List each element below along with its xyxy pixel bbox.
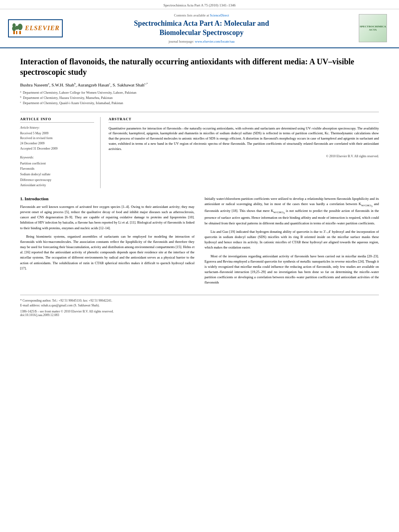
article-info-heading: ARTICLE INFO	[20, 117, 94, 123]
intro-para-5: Most of the investigations regarding ant…	[205, 254, 379, 286]
keyword-2: Flavonoids	[20, 166, 94, 172]
keyword-3: Sodium dodecyl sulfate	[20, 172, 94, 177]
abstract-column: ABSTRACT Quantitative parameters for int…	[109, 117, 379, 188]
journal-title-block: Contents lists available at ScienceDirec…	[52, 13, 351, 43]
info-abstract-section: ARTICLE INFO Article history: Received 5…	[20, 117, 379, 188]
section1-title: 1. Introduction	[20, 196, 195, 201]
contents-label: Contents lists available at	[174, 13, 209, 17]
abstract-heading: ABSTRACT	[109, 117, 379, 123]
issn-line: 1386-1425/$ – see front matter © 2010 El…	[20, 310, 379, 313]
affil-b: b Department of Chemistry, Hazara Univer…	[20, 95, 379, 101]
journal-homepage-line: journal homepage: www.elsevier.com/locat…	[52, 39, 351, 43]
journal-homepage-link[interactable]: www.elsevier.com/locate/saa	[195, 39, 235, 43]
journal-name: Spectrochimica Acta Part A: Molecular an…	[52, 19, 351, 38]
spectrochimica-logo-image: SPECTROCHIMICAACTA	[359, 14, 387, 42]
svg-point-2	[12, 23, 16, 27]
article-info-column: ARTICLE INFO Article history: Received 5…	[20, 117, 101, 188]
header-divider	[20, 112, 379, 112]
intro-para-2: Being biomimetic systems, organised asse…	[20, 234, 195, 271]
body-two-column: 1. Introduction Flavonoids are well know…	[20, 196, 379, 289]
footer-divider	[20, 295, 379, 295]
intro-para-4: Liu and Guo [19] indicated that hydrogen…	[205, 229, 379, 251]
body-left-column: 1. Introduction Flavonoids are well know…	[20, 196, 195, 289]
intro-para-3: Initially water/chloroform partition coe…	[205, 196, 379, 226]
contents-available-line: Contents lists available at ScienceDirec…	[52, 13, 351, 17]
keywords-list: Partition coefficient Flavonoids Sodium …	[20, 161, 94, 188]
intro-para-1: Flavonoids are well known scavengers of …	[20, 204, 195, 231]
main-content: Interaction of flavonoids, the naturally…	[0, 48, 399, 325]
received-date: Received 5 May 2009	[20, 131, 94, 136]
authors-line: Bushra Naseema, S.W.H. Shahb, Aurangzeb …	[20, 82, 379, 87]
elsevier-tree-icon	[11, 21, 23, 35]
svg-rect-4	[16, 31, 17, 34]
body-right-column: Initially water/chloroform partition coe…	[205, 196, 379, 289]
journal-citation: Spectrochimica Acta Part A 75 (2010) 134…	[163, 3, 235, 7]
email-note: E-mail address: sshah.u.qau@gmail.com (S…	[20, 304, 100, 307]
svg-rect-6	[19, 31, 21, 34]
journal-header: ELSEVIER Contents lists available at Sci…	[0, 9, 399, 48]
corresponding-note: * Corresponding author. Tel.: +92 51 906…	[20, 299, 112, 302]
affil-a: a Department of Chemistry, Lahore Colleg…	[20, 90, 379, 95]
accepted-date: Accepted 31 December 2009	[20, 146, 94, 152]
footer-corresponding: * Corresponding author. Tel.: +92 51 906…	[20, 298, 379, 309]
keyword-5: Antioxidant activity	[20, 183, 94, 188]
article-title: Interaction of flavonoids, the naturally…	[20, 56, 379, 77]
affil-c: c Department of Chemistry, Quaid-i-Azam …	[20, 101, 379, 106]
keyword-1: Partition coefficient	[20, 161, 94, 166]
journal-logo-right: SPECTROCHIMICAACTA	[359, 14, 391, 42]
doi-line: doi:10.1016/j.saa.2009.12.083	[20, 313, 379, 317]
journal-citation-bar: Spectrochimica Acta Part A 75 (2010) 134…	[0, 0, 399, 9]
page: Spectrochimica Acta Part A 75 (2010) 134…	[0, 0, 399, 532]
elsevier-logo-block: ELSEVIER	[8, 19, 44, 37]
article-dates: Received 5 May 2009 Received in revised …	[20, 131, 94, 152]
sciencedirect-link[interactable]: ScienceDirect	[210, 13, 229, 17]
abstract-text: Quantitative parameters for interaction …	[109, 126, 379, 152]
affiliations-block: a Department of Chemistry, Lahore Colleg…	[20, 90, 379, 105]
body-content: 1. Introduction Flavonoids are well know…	[20, 196, 379, 289]
keywords-label: Keywords:	[20, 156, 94, 159]
keyword-4: Difference spectroscopy	[20, 177, 94, 183]
received-revised-date: Received in revised form24 December 2009	[20, 136, 94, 146]
svg-point-5	[18, 24, 23, 30]
copyright-line: © 2010 Elsevier B.V. All rights reserved…	[109, 154, 379, 158]
homepage-label: journal homepage:	[169, 39, 194, 43]
history-label: Article history:	[20, 126, 94, 129]
footer-doi-block: 1386-1425/$ – see front matter © 2010 El…	[20, 310, 379, 317]
